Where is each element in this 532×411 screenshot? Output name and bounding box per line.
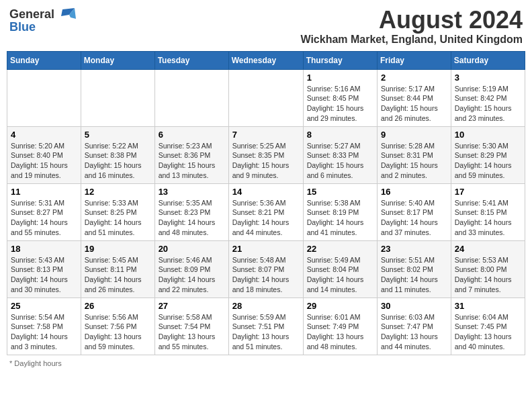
day-number: 23 bbox=[381, 244, 447, 254]
day-number: 29 bbox=[307, 301, 373, 311]
calendar-cell: 14Sunrise: 5:36 AMSunset: 8:21 PMDayligh… bbox=[228, 183, 303, 240]
day-info: Sunrise: 5:48 AMSunset: 8:07 PMDaylight:… bbox=[232, 255, 300, 295]
day-info: Sunrise: 5:51 AMSunset: 8:02 PMDaylight:… bbox=[381, 255, 447, 295]
calendar-cell bbox=[7, 69, 81, 126]
day-info: Sunrise: 5:16 AMSunset: 8:45 PMDaylight:… bbox=[307, 84, 373, 124]
title-area: August 2024 Wickham Market, England, Uni… bbox=[300, 7, 523, 46]
day-number: 11 bbox=[11, 187, 77, 197]
calendar-cell: 1Sunrise: 5:16 AMSunset: 8:45 PMDaylight… bbox=[303, 69, 377, 126]
calendar-header-row: SundayMondayTuesdayWednesdayThursdayFrid… bbox=[7, 51, 525, 69]
calendar-cell: 18Sunrise: 5:43 AMSunset: 8:13 PMDayligh… bbox=[7, 240, 81, 298]
calendar-cell: 22Sunrise: 5:49 AMSunset: 8:04 PMDayligh… bbox=[303, 240, 377, 298]
day-number: 6 bbox=[159, 130, 225, 140]
calendar-cell: 15Sunrise: 5:38 AMSunset: 8:19 PMDayligh… bbox=[303, 183, 377, 240]
calendar-cell: 21Sunrise: 5:48 AMSunset: 8:07 PMDayligh… bbox=[228, 240, 303, 298]
calendar-cell: 6Sunrise: 5:23 AMSunset: 8:36 PMDaylight… bbox=[154, 126, 228, 183]
day-info: Sunrise: 6:03 AMSunset: 7:47 PMDaylight:… bbox=[381, 312, 447, 352]
logo-bird-icon bbox=[56, 7, 76, 21]
day-info: Sunrise: 5:20 AMSunset: 8:40 PMDaylight:… bbox=[11, 141, 77, 181]
day-info: Sunrise: 5:59 AMSunset: 7:51 PMDaylight:… bbox=[232, 312, 300, 352]
day-info: Sunrise: 6:01 AMSunset: 7:49 PMDaylight:… bbox=[307, 312, 373, 352]
col-header-friday: Friday bbox=[378, 51, 451, 69]
day-info: Sunrise: 5:40 AMSunset: 8:17 PMDaylight:… bbox=[381, 198, 447, 238]
col-header-wednesday: Wednesday bbox=[228, 51, 303, 69]
calendar-cell: 11Sunrise: 5:31 AMSunset: 8:27 PMDayligh… bbox=[7, 183, 81, 240]
day-number: 28 bbox=[232, 301, 300, 311]
day-number: 15 bbox=[307, 187, 373, 197]
week-row-1: 1Sunrise: 5:16 AMSunset: 8:45 PMDaylight… bbox=[7, 69, 525, 126]
day-number: 20 bbox=[159, 244, 225, 254]
calendar-cell: 8Sunrise: 5:27 AMSunset: 8:33 PMDaylight… bbox=[303, 126, 377, 183]
day-info: Sunrise: 5:41 AMSunset: 8:15 PMDaylight:… bbox=[455, 198, 521, 238]
day-info: Sunrise: 5:30 AMSunset: 8:29 PMDaylight:… bbox=[455, 141, 521, 181]
day-number: 2 bbox=[381, 73, 447, 83]
day-info: Sunrise: 5:36 AMSunset: 8:21 PMDaylight:… bbox=[232, 198, 300, 238]
day-number: 10 bbox=[455, 130, 521, 140]
calendar-cell: 12Sunrise: 5:33 AMSunset: 8:25 PMDayligh… bbox=[81, 183, 154, 240]
day-number: 12 bbox=[85, 187, 151, 197]
calendar-cell: 2Sunrise: 5:17 AMSunset: 8:44 PMDaylight… bbox=[378, 69, 451, 126]
calendar-cell: 30Sunrise: 6:03 AMSunset: 7:47 PMDayligh… bbox=[378, 298, 451, 355]
day-number: 8 bbox=[307, 130, 373, 140]
calendar-cell: 26Sunrise: 5:56 AMSunset: 7:56 PMDayligh… bbox=[81, 298, 154, 355]
calendar-cell: 27Sunrise: 5:58 AMSunset: 7:54 PMDayligh… bbox=[154, 298, 228, 355]
day-number: 5 bbox=[85, 130, 151, 140]
day-info: Sunrise: 5:53 AMSunset: 8:00 PMDaylight:… bbox=[455, 255, 521, 295]
day-info: Sunrise: 5:17 AMSunset: 8:44 PMDaylight:… bbox=[381, 84, 447, 124]
footer-note: * Daylight hours bbox=[7, 359, 525, 367]
day-info: Sunrise: 5:45 AMSunset: 8:11 PMDaylight:… bbox=[85, 255, 151, 295]
day-info: Sunrise: 5:27 AMSunset: 8:33 PMDaylight:… bbox=[307, 141, 373, 181]
day-number: 7 bbox=[232, 130, 300, 140]
day-number: 19 bbox=[85, 244, 151, 254]
day-info: Sunrise: 5:35 AMSunset: 8:23 PMDaylight:… bbox=[159, 198, 225, 238]
week-row-4: 18Sunrise: 5:43 AMSunset: 8:13 PMDayligh… bbox=[7, 240, 525, 298]
col-header-sunday: Sunday bbox=[7, 51, 81, 69]
calendar-cell: 23Sunrise: 5:51 AMSunset: 8:02 PMDayligh… bbox=[378, 240, 451, 298]
day-info: Sunrise: 5:46 AMSunset: 8:09 PMDaylight:… bbox=[159, 255, 225, 295]
week-row-2: 4Sunrise: 5:20 AMSunset: 8:40 PMDaylight… bbox=[7, 126, 525, 183]
calendar-cell: 4Sunrise: 5:20 AMSunset: 8:40 PMDaylight… bbox=[7, 126, 81, 183]
col-header-monday: Monday bbox=[81, 51, 154, 69]
calendar-table: SundayMondayTuesdayWednesdayThursdayFrid… bbox=[7, 51, 525, 355]
day-number: 14 bbox=[232, 187, 300, 197]
day-info: Sunrise: 5:22 AMSunset: 8:38 PMDaylight:… bbox=[85, 141, 151, 181]
calendar-cell: 16Sunrise: 5:40 AMSunset: 8:17 PMDayligh… bbox=[378, 183, 451, 240]
day-number: 16 bbox=[381, 187, 447, 197]
calendar-cell: 17Sunrise: 5:41 AMSunset: 8:15 PMDayligh… bbox=[451, 183, 525, 240]
day-info: Sunrise: 5:33 AMSunset: 8:25 PMDaylight:… bbox=[85, 198, 151, 238]
week-row-3: 11Sunrise: 5:31 AMSunset: 8:27 PMDayligh… bbox=[7, 183, 525, 240]
day-number: 26 bbox=[85, 301, 151, 311]
calendar-cell: 28Sunrise: 5:59 AMSunset: 7:51 PMDayligh… bbox=[228, 298, 303, 355]
logo-blue-text: Blue bbox=[9, 20, 36, 34]
day-number: 3 bbox=[455, 73, 521, 83]
logo: General Blue bbox=[9, 7, 76, 34]
calendar-cell: 9Sunrise: 5:28 AMSunset: 8:31 PMDaylight… bbox=[378, 126, 451, 183]
day-info: Sunrise: 5:19 AMSunset: 8:42 PMDaylight:… bbox=[455, 84, 521, 124]
location-title: Wickham Market, England, United Kingdom bbox=[300, 34, 523, 46]
col-header-saturday: Saturday bbox=[451, 51, 525, 69]
logo-general-text: General bbox=[9, 7, 54, 21]
day-info: Sunrise: 5:23 AMSunset: 8:36 PMDaylight:… bbox=[159, 141, 225, 181]
calendar-cell: 19Sunrise: 5:45 AMSunset: 8:11 PMDayligh… bbox=[81, 240, 154, 298]
day-info: Sunrise: 5:58 AMSunset: 7:54 PMDaylight:… bbox=[159, 312, 225, 352]
day-info: Sunrise: 5:38 AMSunset: 8:19 PMDaylight:… bbox=[307, 198, 373, 238]
day-number: 18 bbox=[11, 244, 77, 254]
calendar-cell: 10Sunrise: 5:30 AMSunset: 8:29 PMDayligh… bbox=[451, 126, 525, 183]
calendar-cell: 20Sunrise: 5:46 AMSunset: 8:09 PMDayligh… bbox=[154, 240, 228, 298]
week-row-5: 25Sunrise: 5:54 AMSunset: 7:58 PMDayligh… bbox=[7, 298, 525, 355]
day-info: Sunrise: 5:54 AMSunset: 7:58 PMDaylight:… bbox=[11, 312, 77, 352]
day-info: Sunrise: 5:56 AMSunset: 7:56 PMDaylight:… bbox=[85, 312, 151, 352]
day-info: Sunrise: 5:25 AMSunset: 8:35 PMDaylight:… bbox=[232, 141, 300, 181]
calendar-cell: 24Sunrise: 5:53 AMSunset: 8:00 PMDayligh… bbox=[451, 240, 525, 298]
day-number: 4 bbox=[11, 130, 77, 140]
day-number: 22 bbox=[307, 244, 373, 254]
day-info: Sunrise: 5:31 AMSunset: 8:27 PMDaylight:… bbox=[11, 198, 77, 238]
calendar-cell bbox=[154, 69, 228, 126]
day-number: 13 bbox=[159, 187, 225, 197]
day-number: 9 bbox=[381, 130, 447, 140]
month-title: August 2024 bbox=[300, 7, 523, 34]
day-number: 17 bbox=[455, 187, 521, 197]
day-number: 25 bbox=[11, 301, 77, 311]
calendar-cell: 3Sunrise: 5:19 AMSunset: 8:42 PMDaylight… bbox=[451, 69, 525, 126]
col-header-tuesday: Tuesday bbox=[154, 51, 228, 69]
